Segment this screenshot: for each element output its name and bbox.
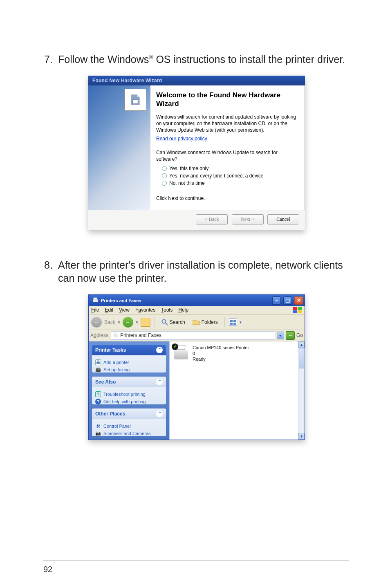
menu-file[interactable]: File [91,307,99,314]
step-7-number: 7. [44,53,58,66]
next-button[interactable]: Next > [232,214,264,224]
printer-item[interactable]: ✓ Canon MP140 series Printer 0 Ready [173,345,301,362]
radio-yes-every-time[interactable]: Yes, now and every time I connect a devi… [162,173,298,179]
svg-line-8 [166,323,168,325]
svg-rect-5 [293,310,297,313]
gethelp-label: Get help with printing [103,399,146,404]
forward-nav-button[interactable]: → [123,317,133,328]
footer-rule [43,560,349,561]
menu-view-accel: V [119,307,122,313]
fax-label: Set up faxing [103,367,130,372]
menu-fav-accel: a [138,307,141,313]
views-button[interactable] [229,319,237,326]
printer-queue: 0 [193,350,249,356]
help-icon: ? [95,399,101,404]
printer-tasks-panel: Printer Tasks ⌃ 🖶 Add a printer 📠 Set up… [92,345,166,373]
menu-view[interactable]: View [119,307,130,314]
back-label: Back [104,319,115,325]
control-panel-label: Control Panel [103,424,131,429]
control-panel-icon: 🛠 [95,423,101,429]
address-dropdown-icon[interactable]: ▾ [277,332,284,339]
forward-dropdown-icon[interactable]: ▾ [136,319,138,325]
menu-tools[interactable]: Tools [161,307,173,314]
search-label: Search [170,319,185,325]
hardware-icon [124,89,146,111]
svg-rect-10 [114,333,117,335]
folders-button[interactable]: Folders [190,318,220,326]
question-icon: ? [95,391,101,397]
scroll-down-icon[interactable]: ▼ [298,433,305,440]
svg-rect-0 [133,100,138,104]
set-up-faxing-link[interactable]: 📠 Set up faxing [95,367,163,373]
wizard-heading: Welcome to the Found New Hardware Wizard [156,91,298,108]
scroll-up-icon[interactable]: ▲ [298,341,305,348]
step-7: 7. Follow the Windows® OS instructions t… [44,53,349,66]
printer-name: Canon MP140 series Printer [193,345,249,350]
wizard-continue-text: Click Next to continue. [156,195,298,202]
other-places-title: Other Places [95,411,125,417]
toolbar: ← Back ▾ → ▾ Search Folders ▾ [89,315,305,330]
scanners-cameras-link[interactable]: 📷 Scanners and Cameras [95,431,163,436]
get-help-printing-link[interactable]: ? Get help with printing [95,399,163,404]
wizard-intro: Windows will search for current and upda… [156,114,298,134]
fax-icon: 📠 [95,367,101,373]
back-nav-button[interactable]: ← [91,317,102,328]
wizard-footer: < Back Next > Cancel [88,210,305,230]
menu-help[interactable]: Help [178,307,188,314]
other-places-header[interactable]: Other Places ⌃ [92,408,166,419]
menu-edit[interactable]: Edit [105,307,113,314]
views-dropdown-icon[interactable]: ▾ [240,320,242,324]
minimize-button[interactable]: ‒ [272,296,281,305]
menu-edit-rest: dit [108,307,113,313]
up-folder-button[interactable] [141,318,150,327]
svg-rect-2 [94,298,97,300]
go-label: Go [296,332,303,338]
radio-yes-this-time[interactable]: Yes, this time only [162,166,298,171]
add-printer-icon: 🖶 [95,359,101,365]
menu-favorites[interactable]: Favorites [135,307,155,314]
radio-icon [162,166,167,171]
printers-icon [113,332,119,338]
step-7-text-after: OS instructions to install the printer d… [153,54,345,65]
pf-titlebar: Printers and Faxes ‒ ▢ ✕ [89,295,305,306]
menu-file-rest: ile [94,307,99,313]
page-footer: 92 [0,560,390,574]
cancel-button[interactable]: Cancel [267,214,299,224]
step-8-text: After the printer's driver installation … [58,259,349,285]
printers-list-area: ✓ Canon MP140 series Printer 0 Ready ▲ ▼ [170,341,305,440]
wizard-question: Can Windows connect to Windows Update to… [156,149,298,162]
search-button[interactable]: Search [159,318,188,326]
radio-label: No, not this time [169,180,205,186]
page-number: 92 [43,565,349,574]
printer-tasks-header[interactable]: Printer Tasks ⌃ [92,345,166,355]
svg-rect-4 [298,307,302,310]
scanners-label: Scanners and Cameras [103,431,151,436]
toolbar-separator [224,317,225,327]
back-button[interactable]: < Back [196,214,228,224]
see-also-header[interactable]: See Also ⌃ [92,377,166,387]
privacy-policy-link[interactable]: Read our privacy policy [156,136,207,141]
menu-view-rest: iew [122,307,130,313]
menu-fav-rest: vorites [141,307,155,313]
vertical-scrollbar[interactable]: ▲ ▼ [298,341,305,440]
radio-label: Yes, this time only [169,166,208,171]
control-panel-link[interactable]: 🛠 Control Panel [95,423,163,429]
step-8: 8. After the printer's driver installati… [44,259,349,285]
add-a-printer-link[interactable]: 🖶 Add a printer [95,359,163,365]
radio-no[interactable]: No, not this time [162,180,298,186]
other-places-panel: Other Places ⌃ 🛠 Control Panel 📷 Scanner… [92,408,166,436]
maximize-button[interactable]: ▢ [283,296,292,305]
radio-icon [162,181,167,186]
printer-status: Ready [193,356,249,362]
scroll-thumb[interactable] [299,348,304,368]
svg-rect-6 [298,310,302,313]
close-button[interactable]: ✕ [294,296,303,305]
go-button[interactable]: → [286,331,295,340]
wizard-titlebar: Found New Hardware Wizard [88,76,305,85]
address-input[interactable]: Printers and Faxes [111,331,275,340]
troubleshoot-printing-link[interactable]: ? Troubleshoot printing [95,391,163,397]
radio-icon [162,173,167,178]
back-dropdown-icon[interactable]: ▾ [118,319,120,325]
see-also-title: See Also [95,379,116,385]
menu-help-accel: H [178,307,182,313]
